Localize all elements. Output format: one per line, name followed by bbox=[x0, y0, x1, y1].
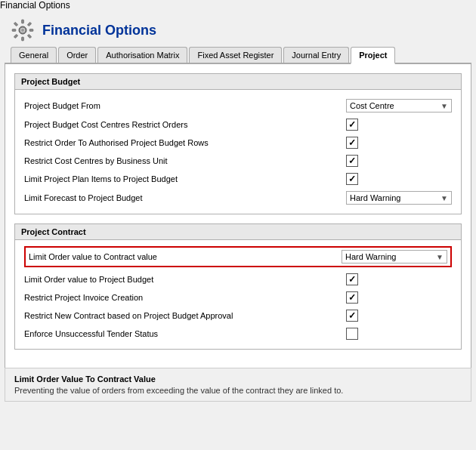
limit-order-contract-label: Limit Order value to Contract value bbox=[29, 252, 342, 261]
tab-journal-entry[interactable]: Journal Entry bbox=[283, 47, 349, 63]
limit-order-contract-dropdown[interactable]: Hard Warning ▼ bbox=[342, 250, 447, 264]
page-header: Financial Options bbox=[0, 11, 476, 47]
limit-order-contract-control: Hard Warning ▼ bbox=[342, 250, 447, 264]
limit-order-budget-checkbox[interactable] bbox=[346, 273, 358, 285]
budget-from-control: Cost Centre ▼ bbox=[346, 99, 452, 112]
restrict-invoice-label: Restrict Project Invoice Creation bbox=[24, 293, 346, 302]
budget-from-arrow-icon: ▼ bbox=[440, 102, 448, 110]
checkbox-control-0 bbox=[346, 119, 452, 131]
enforce-tender-checkbox[interactable] bbox=[346, 328, 358, 340]
tabs-bar: General Order Authorisation Matrix Fixed… bbox=[5, 47, 471, 64]
limit-order-budget-label: Limit Order value to Project Budget bbox=[24, 275, 346, 284]
restrict-invoice-row: Restrict Project Invoice Creation bbox=[24, 288, 452, 307]
forecast-row: Limit Forecast to Project Budget Hard Wa… bbox=[24, 188, 452, 208]
checkbox-row-1: Restrict Order To Authorised Project Bud… bbox=[24, 134, 452, 152]
limit-order-contract-row: Limit Order value to Contract value Hard… bbox=[24, 246, 452, 267]
checkbox-0[interactable] bbox=[346, 119, 358, 131]
project-contract-title: Project Contract bbox=[15, 224, 461, 240]
limit-order-contract-arrow-icon: ▼ bbox=[436, 253, 444, 261]
svg-rect-6 bbox=[27, 34, 32, 39]
limit-order-budget-control bbox=[346, 273, 452, 285]
checkbox-label-2: Restrict Cost Centres by Business Unit bbox=[24, 156, 346, 165]
forecast-arrow-icon: ▼ bbox=[440, 194, 448, 202]
restrict-invoice-checkbox[interactable] bbox=[346, 291, 358, 304]
checkbox-2[interactable] bbox=[346, 155, 358, 167]
restrict-contract-label: Restrict New Contract based on Project B… bbox=[24, 311, 346, 320]
restrict-invoice-control bbox=[346, 291, 452, 304]
budget-from-dropdown[interactable]: Cost Centre ▼ bbox=[346, 99, 452, 112]
checkbox-control-1 bbox=[346, 137, 452, 149]
checkbox-control-2 bbox=[346, 155, 452, 167]
limit-order-budget-row: Limit Order value to Project Budget bbox=[24, 270, 452, 288]
forecast-value: Hard Warning bbox=[350, 193, 400, 202]
bottom-info-text: Preventing the value of orders from exce… bbox=[14, 386, 462, 395]
enforce-tender-row: Enforce Unsuccessful Tender Status bbox=[24, 325, 452, 343]
restrict-contract-checkbox[interactable] bbox=[346, 310, 358, 322]
svg-rect-3 bbox=[12, 29, 16, 32]
svg-rect-1 bbox=[22, 20, 24, 23]
bottom-info-title: Limit Order Value To Contract Value bbox=[14, 374, 462, 384]
forecast-label: Limit Forecast to Project Budget bbox=[24, 193, 346, 202]
project-contract-body: Limit Order value to Contract value Hard… bbox=[15, 240, 461, 349]
bottom-info-panel: Limit Order Value To Contract Value Prev… bbox=[5, 368, 471, 402]
forecast-dropdown[interactable]: Hard Warning ▼ bbox=[346, 191, 452, 205]
page-title: Financial Options bbox=[42, 23, 156, 39]
checkbox-1[interactable] bbox=[346, 137, 358, 149]
project-budget-body: Project Budget From Cost Centre ▼ Projec… bbox=[15, 90, 461, 214]
enforce-tender-label: Enforce Unsuccessful Tender Status bbox=[24, 329, 346, 338]
restrict-contract-control bbox=[346, 310, 452, 322]
project-budget-title: Project Budget bbox=[15, 74, 461, 90]
svg-rect-7 bbox=[14, 34, 18, 39]
checkbox-3[interactable] bbox=[346, 173, 358, 185]
title-bar: Financial Options bbox=[0, 0, 476, 11]
svg-rect-2 bbox=[22, 37, 24, 41]
svg-rect-8 bbox=[27, 22, 32, 26]
checkbox-label-0: Project Budget Cost Centres Restrict Ord… bbox=[24, 120, 346, 129]
checkbox-row-2: Restrict Cost Centres by Business Unit bbox=[24, 152, 452, 170]
main-content: Project Budget Project Budget From Cost … bbox=[5, 64, 471, 368]
checkbox-control-3 bbox=[346, 173, 452, 185]
checkbox-label-1: Restrict Order To Authorised Project Bud… bbox=[24, 138, 346, 147]
tab-order[interactable]: Order bbox=[58, 47, 96, 63]
gear-icon bbox=[11, 18, 35, 42]
limit-order-contract-value: Hard Warning bbox=[345, 252, 396, 261]
budget-from-value: Cost Centre bbox=[350, 101, 394, 110]
enforce-tender-control bbox=[346, 328, 452, 340]
project-budget-section: Project Budget Project Budget From Cost … bbox=[14, 73, 462, 214]
checkbox-label-3: Limit Project Plan Items to Project Budg… bbox=[24, 174, 346, 183]
svg-rect-4 bbox=[29, 29, 33, 32]
checkbox-row-0: Project Budget Cost Centres Restrict Ord… bbox=[24, 116, 452, 134]
restrict-contract-row: Restrict New Contract based on Project B… bbox=[24, 307, 452, 325]
svg-point-10 bbox=[21, 29, 24, 32]
checkbox-row-3: Limit Project Plan Items to Project Budg… bbox=[24, 170, 452, 188]
tab-general[interactable]: General bbox=[11, 47, 57, 63]
budget-from-label: Project Budget From bbox=[24, 101, 346, 110]
budget-from-row: Project Budget From Cost Centre ▼ bbox=[24, 96, 452, 116]
tab-authorisation-matrix[interactable]: Authorisation Matrix bbox=[97, 47, 187, 63]
forecast-control: Hard Warning ▼ bbox=[346, 191, 452, 205]
project-contract-section: Project Contract Limit Order value to Co… bbox=[14, 223, 462, 350]
tab-project[interactable]: Project bbox=[351, 47, 395, 64]
svg-rect-5 bbox=[14, 22, 18, 26]
tab-fixed-asset-register[interactable]: Fixed Asset Register bbox=[189, 47, 282, 63]
